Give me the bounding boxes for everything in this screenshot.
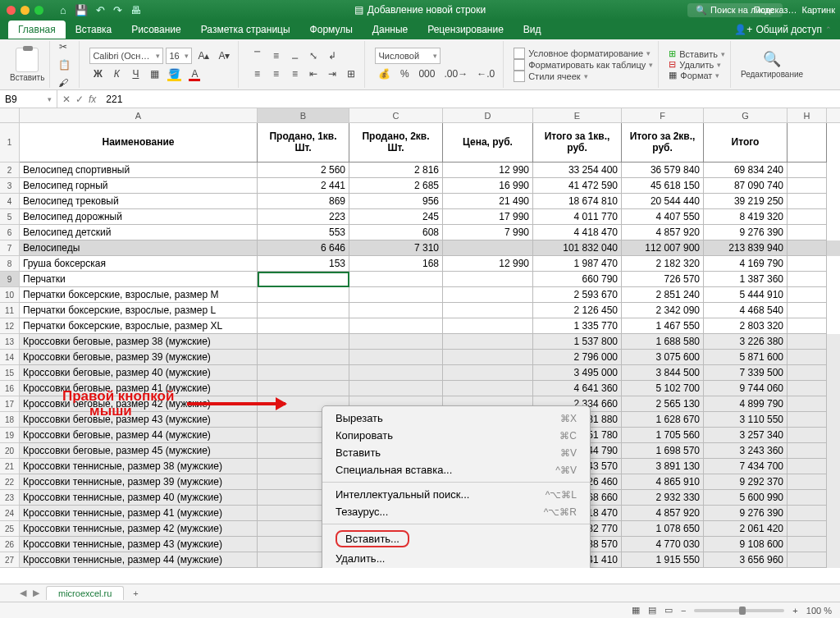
cell-name[interactable]: Перчатки боксерские, взрослые, размер L xyxy=(20,303,258,318)
format-as-table-button[interactable]: Форматировать как таблицу▾ xyxy=(514,59,653,71)
cell-empty[interactable] xyxy=(788,163,827,178)
align-bottom-icon[interactable]: ⎽ xyxy=(286,48,303,64)
cell-q1[interactable]: 2 560 xyxy=(258,163,349,178)
tab-review[interactable]: Рецензирование xyxy=(418,21,514,39)
row-header[interactable]: 13 xyxy=(0,334,19,350)
cell-h1[interactable] xyxy=(788,123,827,163)
cell-t1[interactable]: 1 987 470 xyxy=(533,256,622,272)
paste-button[interactable]: Вставить xyxy=(10,48,44,82)
cell-name[interactable]: Велосипед спортивный xyxy=(20,163,258,178)
cell-q2[interactable]: 7 310 xyxy=(349,240,443,256)
decrease-font-icon[interactable]: A▾ xyxy=(215,48,233,64)
cell-name[interactable]: Кроссовки беговые, размер 38 (мужские) xyxy=(20,334,258,350)
cell-price[interactable] xyxy=(443,303,533,318)
cell-t1[interactable]: 4 641 360 xyxy=(533,381,622,396)
cell-empty[interactable] xyxy=(788,334,827,350)
cell-name[interactable]: Кроссовки теннисные, размер 42 (мужские) xyxy=(20,521,258,537)
cell-q1[interactable] xyxy=(258,303,349,318)
cell-empty[interactable] xyxy=(788,287,827,303)
cell-price[interactable]: 12 990 xyxy=(443,163,533,178)
cell-q2[interactable]: 2 685 xyxy=(349,178,443,194)
cell-price[interactable] xyxy=(443,287,533,303)
row-header[interactable]: 26 xyxy=(0,537,19,552)
zoom-value[interactable]: 100 % xyxy=(806,606,832,616)
tab-insert[interactable]: Вставка xyxy=(66,21,122,39)
ctx-cut[interactable]: Вырезать⌘X xyxy=(322,410,590,427)
home-icon[interactable]: ⌂ xyxy=(60,4,66,16)
ctx-copy[interactable]: Копировать⌘C xyxy=(322,427,590,444)
tab-layout[interactable]: Разметка страницы xyxy=(191,21,300,39)
cell-empty[interactable] xyxy=(788,443,827,459)
tab-nav-right-icon[interactable]: ▶ xyxy=(33,588,39,598)
cell-total[interactable]: 7 339 500 xyxy=(704,365,788,381)
cell-total[interactable]: 3 226 380 xyxy=(704,334,788,350)
cell-q1[interactable] xyxy=(258,318,349,334)
cell-price[interactable] xyxy=(443,350,533,365)
cell-t2[interactable]: 1 705 560 xyxy=(622,428,704,443)
cell-t1[interactable]: 18 674 810 xyxy=(533,194,622,209)
cell-total[interactable]: 5 600 990 xyxy=(704,490,788,506)
cell-t2[interactable]: 2 342 090 xyxy=(622,303,704,318)
cancel-formula-icon[interactable]: ✕ xyxy=(62,94,71,105)
maximize-window-icon[interactable] xyxy=(34,6,43,15)
zoom-out-icon[interactable]: − xyxy=(681,606,686,616)
share-button[interactable]: 👤+ Общий доступ ⌃ xyxy=(734,24,832,35)
cell-q2[interactable]: 245 xyxy=(349,209,443,225)
cell-t2[interactable]: 3 891 130 xyxy=(622,459,704,474)
cell-name[interactable]: Кроссовки беговые, размер 39 (мужские) xyxy=(20,350,258,365)
format-cells-button[interactable]: ▦Формат▾ xyxy=(669,70,725,80)
cell-t2[interactable]: 45 618 150 xyxy=(622,178,704,194)
save-icon[interactable]: 💾 xyxy=(75,4,88,16)
help-link[interactable]: Подсказ… xyxy=(754,5,797,15)
row-header[interactable]: 2 xyxy=(0,163,19,178)
cell-q2[interactable]: 168 xyxy=(349,256,443,272)
row-header[interactable]: 4 xyxy=(0,194,19,209)
cell-q1[interactable] xyxy=(258,287,349,303)
currency-icon[interactable]: 💰 xyxy=(375,66,394,82)
cell-t2[interactable]: 4 407 550 xyxy=(622,209,704,225)
redo-icon[interactable]: ↷ xyxy=(113,4,122,16)
col-header-e[interactable]: E xyxy=(533,108,622,122)
add-sheet-button[interactable]: + xyxy=(127,586,144,601)
ctx-paste[interactable]: Вставить⌘V xyxy=(322,444,590,461)
cell-t1[interactable]: 1 335 770 xyxy=(533,318,622,334)
cell-name[interactable]: Перчатки боксерские, взрослые, размер M xyxy=(20,287,258,303)
cell-q2[interactable] xyxy=(349,350,443,365)
row-header[interactable]: 24 xyxy=(0,506,19,521)
increase-font-icon[interactable]: A▴ xyxy=(194,48,212,64)
wrap-text-icon[interactable]: ↲ xyxy=(324,48,340,64)
cell-empty[interactable] xyxy=(788,365,827,381)
tab-view[interactable]: Вид xyxy=(514,21,551,39)
cell-empty[interactable] xyxy=(788,381,827,396)
row-header[interactable]: 16 xyxy=(0,381,19,396)
cell-total[interactable]: 2 061 420 xyxy=(704,521,788,537)
cell-empty[interactable] xyxy=(788,194,827,209)
zoom-thumb[interactable] xyxy=(739,607,746,615)
comma-icon[interactable]: 000 xyxy=(415,66,438,82)
row-header[interactable]: 11 xyxy=(0,303,19,318)
cell-empty[interactable] xyxy=(788,521,827,537)
cell-name[interactable]: Кроссовки теннисные, размер 43 (мужские) xyxy=(20,537,258,552)
cell-q2[interactable]: 608 xyxy=(349,225,443,240)
cell-t2[interactable]: 5 102 700 xyxy=(622,381,704,396)
cell-total[interactable]: 39 219 250 xyxy=(704,194,788,209)
fx-icon[interactable]: fx xyxy=(89,94,96,105)
borders-icon[interactable]: ▦ xyxy=(146,66,162,82)
row-header[interactable]: 17 xyxy=(0,396,19,412)
cell-t2[interactable]: 4 865 910 xyxy=(622,474,704,490)
row-header[interactable]: 12 xyxy=(0,318,19,334)
cell-name[interactable]: Велосипед горный xyxy=(20,178,258,194)
cell-price[interactable] xyxy=(443,365,533,381)
view-break-icon[interactable]: ▭ xyxy=(664,605,673,616)
cell-t2[interactable]: 726 570 xyxy=(622,272,704,287)
cell-q2[interactable] xyxy=(349,318,443,334)
row-header[interactable]: 20 xyxy=(0,443,19,459)
sheet-tab[interactable]: microexcel.ru xyxy=(46,586,124,600)
cell-empty[interactable] xyxy=(788,256,827,272)
cell-name[interactable]: Кроссовки теннисные, размер 40 (мужские) xyxy=(20,490,258,506)
row-header[interactable]: 6 xyxy=(0,225,19,240)
cell-total[interactable]: 4 899 790 xyxy=(704,396,788,412)
tab-data[interactable]: Данные xyxy=(363,21,418,39)
cell-empty[interactable] xyxy=(788,459,827,474)
col-header-f[interactable]: F xyxy=(622,108,704,122)
